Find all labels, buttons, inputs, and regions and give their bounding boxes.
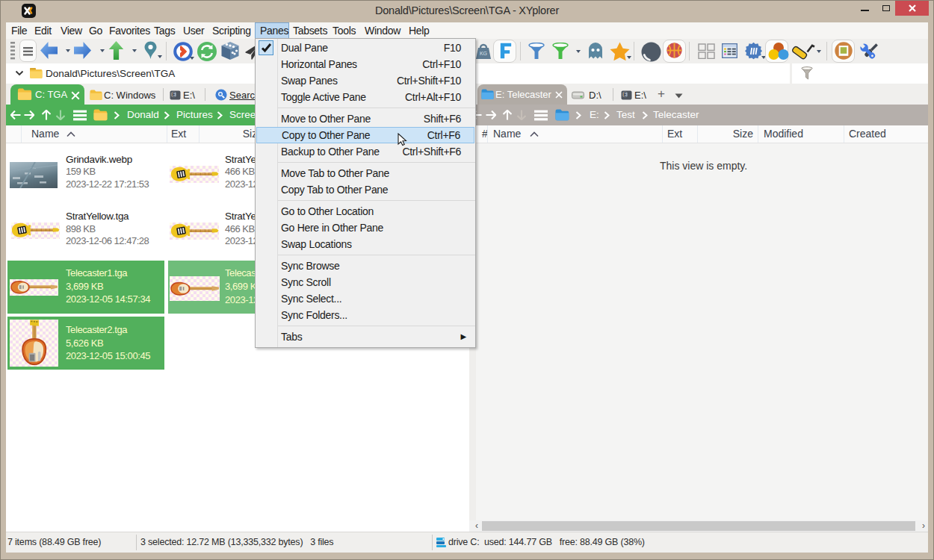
svg-text:KG: KG: [480, 51, 487, 56]
svg-text:E: E: [623, 92, 627, 97]
svg-text:E: E: [172, 92, 176, 97]
